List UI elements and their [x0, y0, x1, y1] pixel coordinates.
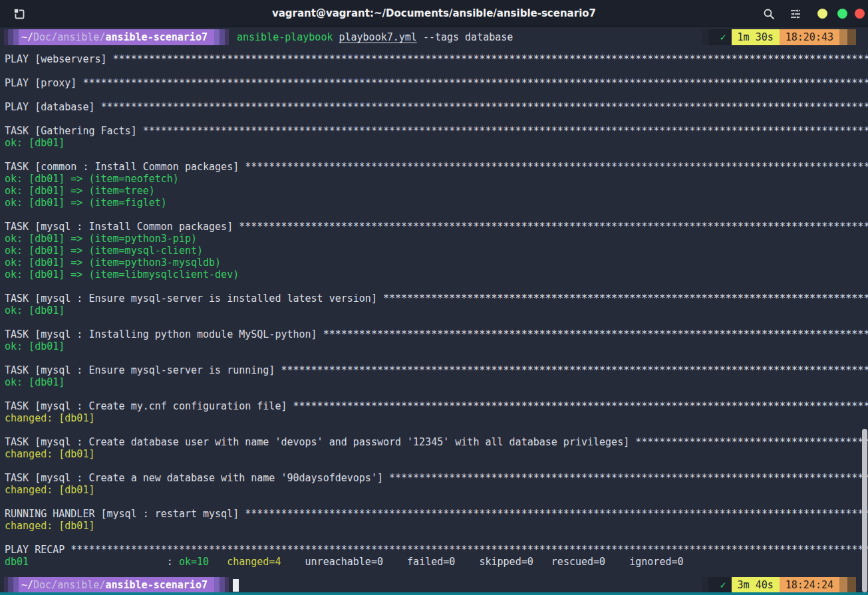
- terminal-text-segment: TASK [Gathering Facts] *****************…: [5, 125, 868, 137]
- terminal-line: ok: [db01] => (item=python3-pip): [0, 233, 868, 245]
- screen-edge-accent: [0, 592, 868, 595]
- terminal-text-segment: RUNNING HANDLER [mysql : restart mysql] …: [5, 508, 868, 520]
- terminal-text-segment: ok: [db01] => (item=python3-mysqldb): [5, 257, 221, 269]
- clock-badge: 18:20:43: [780, 29, 839, 45]
- terminal-text-segment: ok: [db01]: [5, 340, 65, 352]
- success-check-icon: ✓: [720, 579, 726, 591]
- terminal-line: [0, 460, 868, 472]
- new-tab-icon[interactable]: [13, 7, 26, 21]
- prompt-path-badge: ~/Doc/ansible/ansible-scenario7: [19, 29, 214, 45]
- terminal-line: ok: [db01]: [0, 376, 868, 388]
- terminal-text-segment: changed: [db01]: [5, 484, 94, 496]
- minimize-button[interactable]: [817, 9, 827, 19]
- prompt-fade-strip: [13, 577, 19, 593]
- terminal-output: PLAY [webservers] **********************…: [0, 53, 868, 568]
- terminal-line: [0, 424, 868, 436]
- prompt-status-group: ✓ 1m 30s 18:20:43: [702, 29, 856, 45]
- preferences-icon[interactable]: [789, 7, 802, 21]
- terminal-content: ~/Doc/ansible/ansible-scenario7 ansible-…: [0, 27, 868, 595]
- command-text: ansible-playbookplaybook7.yml--tags data…: [237, 29, 513, 45]
- terminal-text-segment: db01: [5, 556, 29, 568]
- terminal-line: db01 : ok=10 changed=4 unreachable=0 fai…: [0, 556, 868, 568]
- prompt-line-top: ~/Doc/ansible/ansible-scenario7 ansible-…: [4, 29, 868, 45]
- prompt-fade-strip: [839, 577, 847, 593]
- prompt-fade-strip: [214, 29, 219, 45]
- terminal-cursor: [233, 579, 239, 592]
- terminal-line: ok: [db01] => (item=libmysqlclient-dev): [0, 269, 868, 281]
- scrollbar-thumb[interactable]: [862, 429, 867, 592]
- terminal-text-segment: ok: [db01] => (item=mysql-client): [5, 245, 203, 257]
- terminal-line: ok: [db01]: [0, 340, 868, 352]
- prompt-fade-strip: [225, 29, 229, 45]
- terminal-text-segment: [209, 556, 227, 568]
- terminal-line: ok: [db01] => (item=mysql-client): [0, 245, 868, 257]
- terminal-text-segment: TASK [mysql : Create database user with …: [5, 436, 868, 448]
- terminal-line: [0, 352, 868, 364]
- terminal-line: PLAY [database] ************************…: [0, 101, 868, 113]
- clock-badge: 18:24:24: [780, 577, 839, 593]
- terminal-text-segment: :: [29, 556, 179, 568]
- terminal-text-segment: ok: [db01]: [5, 137, 65, 149]
- terminal-line: [0, 89, 868, 101]
- terminal-line: TASK [mysql : Create my.cnf configuratio…: [0, 400, 868, 412]
- terminal-line: PLAY [webservers] **********************…: [0, 53, 868, 65]
- terminal-text-segment: ok: [db01]: [5, 376, 65, 388]
- terminal-text-segment: ok: [db01]: [5, 304, 65, 316]
- terminal-text-segment: PLAY [database] ************************…: [5, 101, 868, 113]
- terminal-text-segment: TASK [common : Install Common packages] …: [5, 161, 868, 173]
- window-title: vagrant@vagrant:~/Documents/ansible/ansi…: [0, 0, 868, 27]
- terminal-line: RUNNING HANDLER [mysql : restart mysql] …: [0, 508, 868, 520]
- command-args: --tags database: [423, 31, 513, 43]
- prompt-line-bottom[interactable]: ~/Doc/ansible/ansible-scenario7 ✓ 3m 40s…: [4, 577, 868, 593]
- status-panel: ✓: [708, 29, 732, 45]
- prompt-fade-strip: [219, 577, 225, 593]
- terminal-line: [0, 281, 868, 293]
- terminal-text-segment: TASK [mysql : Installing python module M…: [5, 328, 868, 340]
- terminal-text-segment: TASK [mysql : Ensure mysql-server is ins…: [5, 293, 868, 304]
- terminal-line: ok: [db01] => (item=figlet): [0, 197, 868, 209]
- terminal-line: changed: [db01]: [0, 520, 868, 532]
- prompt-fade-strip: [8, 29, 13, 45]
- duration-badge: 1m 30s: [732, 29, 780, 45]
- terminal-line: changed: [db01]: [0, 412, 868, 424]
- maximize-button[interactable]: [837, 9, 847, 19]
- terminal-line: TASK [mysql : Ensure mysql-server is ins…: [0, 293, 868, 304]
- terminal-text-segment: ok: [db01] => (item=neofetch): [5, 173, 179, 185]
- terminal-text-segment: changed=4: [227, 556, 281, 568]
- terminal-text-segment: PLAY RECAP *****************************…: [5, 544, 868, 556]
- terminal-text-segment: ok: [db01] => (item=figlet): [5, 197, 167, 209]
- terminal-line: TASK [mysql : Create a new database with…: [0, 472, 868, 484]
- path-current-dir: ansible-scenario7: [105, 579, 208, 591]
- terminal-line: TASK [mysql : Create database user with …: [0, 436, 868, 448]
- terminal-line: changed: [db01]: [0, 484, 868, 496]
- terminal-text-segment: ok=10: [179, 556, 209, 568]
- terminal-line: [0, 316, 868, 328]
- terminal-line: ok: [db01]: [0, 304, 868, 316]
- terminal-text-segment: PLAY [proxy] ***************************…: [5, 77, 868, 89]
- prompt-status-group: ✓ 3m 40s 18:24:24: [702, 577, 856, 593]
- terminal-line: [0, 532, 868, 544]
- prompt-fade-strip: [225, 577, 229, 593]
- close-button[interactable]: [855, 9, 865, 19]
- terminal-line: [0, 113, 868, 125]
- path-middle: Doc/ansible/: [33, 579, 105, 591]
- terminal-text-segment: changed: [db01]: [5, 448, 94, 460]
- terminal-line: TASK [common : Install Common packages] …: [0, 161, 868, 173]
- terminal-line: [0, 209, 868, 221]
- terminal-line: ok: [db01] => (item=python3-mysqldb): [0, 257, 868, 269]
- terminal-text-segment: TASK [mysql : Create a new database with…: [5, 472, 868, 484]
- success-check-icon: ✓: [720, 31, 726, 43]
- terminal-text-segment: unreachable=0 failed=0 skipped=0 rescued…: [281, 556, 683, 568]
- terminal-text-segment: changed: [db01]: [5, 520, 94, 532]
- command-file: playbook7.yml: [339, 31, 416, 43]
- search-icon[interactable]: [762, 7, 776, 21]
- terminal-line: [0, 496, 868, 508]
- duration-badge: 3m 40s: [732, 577, 780, 593]
- prompt-fade-strip: [219, 29, 225, 45]
- prompt-fade-strip: [847, 29, 856, 45]
- terminal-text-segment: ok: [db01] => (item=libmysqlclient-dev): [5, 269, 239, 281]
- prompt-fade-strip: [702, 29, 708, 45]
- terminal-text-segment: changed: [db01]: [5, 412, 94, 424]
- terminal-text-segment: ok: [db01] => (item=python3-pip): [5, 233, 197, 245]
- terminal-text-segment: PLAY [webservers] **********************…: [5, 53, 868, 65]
